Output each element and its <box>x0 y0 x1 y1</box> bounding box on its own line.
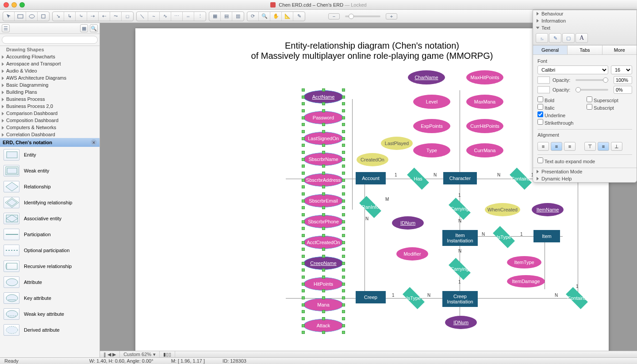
selection-handle[interactable] <box>302 213 305 216</box>
opacity-value-2[interactable] <box>614 86 632 94</box>
selected-attr[interactable]: LastSignedOn <box>303 132 343 145</box>
attr-exppoints[interactable]: ExpPoints <box>413 119 450 133</box>
selection-handle[interactable] <box>342 283 345 286</box>
conn-g[interactable]: □ <box>122 12 133 21</box>
conn-a[interactable]: ↘ <box>53 12 64 21</box>
selected-attr[interactable]: SbscrbrAddress <box>303 173 343 187</box>
selected-attr[interactable]: CreepName <box>303 257 343 270</box>
selection-handle[interactable] <box>322 123 325 126</box>
selection-handle[interactable] <box>342 130 345 133</box>
library-item[interactable]: Composition Dashboard <box>0 117 100 124</box>
line-e[interactable]: ⎓ <box>183 12 194 21</box>
attr-maxhp[interactable]: MaxHitPoints <box>466 70 503 84</box>
section-dynhelp[interactable]: Dynamic Help <box>533 175 637 182</box>
rel-istype[interactable]: IsType <box>489 230 518 244</box>
entity-item-inst[interactable]: Item Instantiation <box>442 230 478 246</box>
pointer-tool[interactable] <box>3 12 15 21</box>
attr-charname[interactable]: CharName <box>408 70 445 84</box>
selection-handle[interactable] <box>342 331 345 334</box>
align-right[interactable]: ≡ <box>564 142 576 151</box>
selection-handle[interactable] <box>322 296 325 299</box>
attr-currhp[interactable]: CurrHitPoints <box>466 119 503 133</box>
valign-bottom[interactable]: ⊥ <box>611 142 622 151</box>
page-nav[interactable]: ‖ ◀ ▶ <box>100 351 120 357</box>
selection-handle[interactable] <box>322 88 325 92</box>
box-icon[interactable]: ▢ <box>562 33 575 43</box>
selection-handle[interactable] <box>302 310 305 313</box>
selection-handle[interactable] <box>342 276 345 279</box>
selection-handle[interactable] <box>322 255 325 258</box>
font-select[interactable]: Calibri <box>537 65 608 74</box>
selection-handle[interactable] <box>342 248 345 251</box>
selected-attr[interactable]: Mana <box>303 298 343 311</box>
selection-handle[interactable] <box>342 179 345 182</box>
attr-level[interactable]: Level <box>413 95 450 109</box>
attr-type[interactable]: Type <box>413 143 450 157</box>
entity-creep[interactable]: Creep <box>356 291 386 303</box>
selection-handle[interactable] <box>302 137 305 140</box>
selection-handle[interactable] <box>322 213 325 216</box>
selection-handle[interactable] <box>342 324 345 327</box>
selection-handle[interactable] <box>302 165 305 168</box>
selection-handle[interactable] <box>322 276 325 279</box>
line-f[interactable]: ⋮ <box>194 12 206 21</box>
selection-handle[interactable] <box>302 276 305 279</box>
dropper-icon[interactable]: ✎ <box>293 12 305 21</box>
selection-handle[interactable] <box>342 289 345 292</box>
selection-handle[interactable] <box>322 192 325 195</box>
selection-handle[interactable] <box>322 130 325 133</box>
selection-handle[interactable] <box>302 172 305 175</box>
shape-item[interactable]: Weak entity <box>0 163 100 179</box>
selection-handle[interactable] <box>302 317 305 320</box>
selection-handle[interactable] <box>302 123 305 126</box>
zoom-slider[interactable] <box>345 15 380 17</box>
tab-general[interactable]: General <box>533 46 568 54</box>
selected-attr[interactable]: SbscrbrPhone <box>303 215 343 228</box>
conn-e[interactable]: ⇠ <box>99 12 110 21</box>
shape-item[interactable]: Relationship <box>0 179 100 195</box>
shape-item[interactable]: Key attribute <box>0 290 100 306</box>
rect-tool[interactable] <box>15 12 26 21</box>
library-item[interactable]: Comparison Dashboard <box>0 110 100 117</box>
selection-handle[interactable] <box>302 179 305 182</box>
shape-item[interactable]: Associative entity <box>0 211 100 226</box>
selection-handle[interactable] <box>342 185 345 188</box>
selection-handle[interactable] <box>302 151 305 154</box>
line-d[interactable]: ⋯ <box>171 12 183 21</box>
selection-handle[interactable] <box>302 268 305 272</box>
selection-handle[interactable] <box>322 172 325 175</box>
selection-handle[interactable] <box>342 268 345 272</box>
selection-handle[interactable] <box>302 241 305 244</box>
refresh-icon[interactable]: ⟳ <box>247 12 259 21</box>
selected-attr[interactable]: SbscrbrEmail <box>303 194 343 207</box>
attr-createdon[interactable]: CreatedOn <box>357 153 388 166</box>
superscript-check[interactable]: Superscript <box>587 96 632 103</box>
selection-handle[interactable] <box>302 289 305 292</box>
section-information[interactable]: Information <box>533 17 637 24</box>
entity-creep-inst[interactable]: Creep Instantiation <box>442 291 478 307</box>
bold-check[interactable]: Bold <box>537 96 583 103</box>
selection-handle[interactable] <box>302 331 305 334</box>
selection-handle[interactable] <box>342 206 345 209</box>
stack-tool[interactable]: ▥ <box>232 12 244 21</box>
selected-attr[interactable]: HitPoints <box>303 277 343 291</box>
selection-handle[interactable] <box>342 310 345 313</box>
attr-lastplayed[interactable]: LastPlayed <box>381 137 413 150</box>
hand-icon[interactable]: ✋ <box>270 12 282 21</box>
selection-handle[interactable] <box>322 102 325 105</box>
entity-character[interactable]: Character <box>443 172 477 184</box>
selected-attr[interactable]: AcctName <box>303 90 343 103</box>
library-item[interactable]: Accounting Flowcharts <box>0 53 100 60</box>
selection-handle[interactable] <box>302 283 305 286</box>
selection-handle[interactable] <box>322 310 325 313</box>
selection-handle[interactable] <box>322 317 325 320</box>
rel-contains2[interactable]: Contains <box>562 291 591 305</box>
selection-handle[interactable] <box>342 144 345 147</box>
section-text[interactable]: Text <box>533 24 637 31</box>
selection-handle[interactable] <box>322 206 325 209</box>
selection-handle[interactable] <box>342 96 345 99</box>
underline-icon[interactable]: ⎁ <box>536 33 548 43</box>
autoexpand-check[interactable]: Text auto expand mode <box>537 159 595 164</box>
shape-item[interactable]: Recursive relationship <box>0 258 100 274</box>
shape-item[interactable]: Derived attribute <box>0 322 100 338</box>
